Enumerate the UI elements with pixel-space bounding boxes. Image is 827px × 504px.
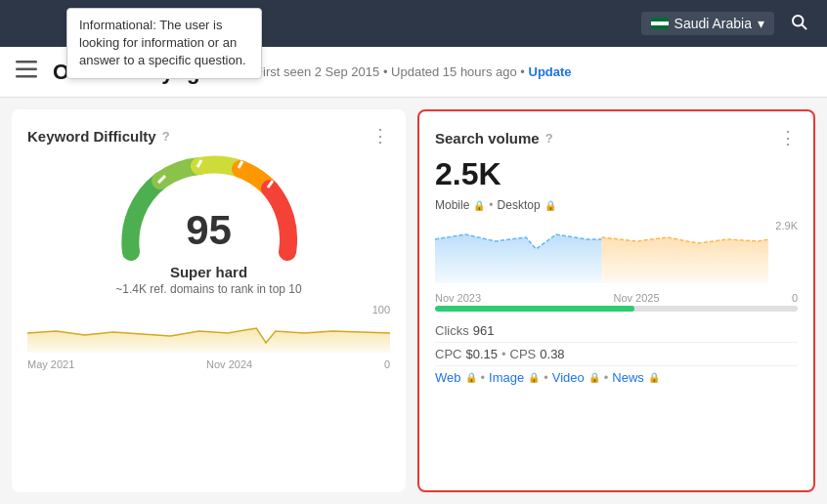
svg-rect-3: [16, 68, 37, 71]
video-link[interactable]: Video: [552, 370, 585, 385]
tooltip: Informational: The user is looking for i…: [66, 8, 262, 79]
country-label: Saudi Arabia: [675, 16, 752, 31]
news-link[interactable]: News: [612, 370, 644, 385]
clicks-row: Clicks 961: [435, 319, 798, 343]
chart-max-label: 2.9K: [775, 220, 798, 231]
progress-bar-fill: [435, 306, 634, 312]
image-lock: 🔒: [528, 372, 540, 383]
chart-svg: [435, 220, 768, 288]
search-volume-card: Search volume ? ⋮ 2.5K Mobile 🔒 • Deskto…: [417, 109, 815, 492]
cpc-row: CPC $0.15 • CPS 0.38: [435, 343, 798, 366]
keyword-difficulty-card: Keyword Difficulty ? ⋮: [12, 109, 406, 492]
sparkline-max-label: 100: [372, 304, 390, 315]
country-selector[interactable]: Saudi Arabia ▾: [641, 12, 774, 35]
search-button[interactable]: [782, 9, 815, 39]
kd-title: Keyword Difficulty ?: [27, 128, 170, 145]
image-link[interactable]: Image: [489, 370, 524, 385]
kd-help-icon[interactable]: ?: [162, 129, 170, 144]
sv-title: Search volume ?: [435, 130, 553, 147]
sv-menu-dots[interactable]: ⋮: [779, 127, 798, 148]
svg-line-1: [802, 24, 805, 28]
gauge-value: 95: [186, 207, 232, 254]
sv-help-icon[interactable]: ?: [545, 131, 553, 146]
svg-rect-2: [16, 61, 37, 63]
content-types-row: Web 🔒 • Image 🔒 • Video 🔒 • News 🔒: [435, 366, 798, 389]
volume-meta: Mobile 🔒 • Desktop 🔒: [435, 198, 798, 212]
gauge-label: Super hard: [170, 264, 247, 280]
flag-icon: [651, 18, 669, 29]
web-link[interactable]: Web: [435, 370, 461, 385]
news-lock: 🔒: [648, 372, 660, 383]
gauge-container: 95 Super hard ~1.4K ref. domains to rank…: [27, 154, 390, 296]
search-volume-value: 2.5K: [435, 156, 798, 192]
gauge-sublabel: ~1.4K ref. domains to rank in top 10: [115, 282, 301, 296]
header-meta: First seen 2 Sep 2015 • Updated 15 hours…: [255, 64, 571, 79]
chart-labels: Nov 2023 Nov 2025 0: [435, 292, 798, 304]
update-link[interactable]: Update: [529, 64, 572, 79]
hamburger-menu[interactable]: [16, 61, 37, 83]
gauge-wrapper: 95: [111, 154, 307, 262]
desktop-lock-icon: 🔒: [544, 200, 556, 211]
kd-menu-dots[interactable]: ⋮: [371, 125, 390, 147]
video-lock: 🔒: [588, 372, 600, 383]
main-content: Keyword Difficulty ? ⋮: [0, 98, 827, 504]
progress-bar: [435, 306, 798, 312]
chart-area: 2.9K: [435, 220, 798, 298]
kd-card-header: Keyword Difficulty ? ⋮: [27, 125, 390, 147]
sparkline-svg: [27, 304, 390, 353]
svg-rect-4: [16, 75, 37, 78]
sv-card-header: Search volume ? ⋮: [435, 127, 798, 148]
mobile-lock-icon: 🔒: [473, 200, 485, 211]
web-lock: 🔒: [465, 372, 477, 383]
dropdown-icon: ▾: [758, 16, 764, 31]
sparkline-area: 100 May 2021 Nov 2024 0: [27, 304, 390, 362]
sparkline-labels: May 2021 Nov 2024 0: [27, 358, 390, 370]
